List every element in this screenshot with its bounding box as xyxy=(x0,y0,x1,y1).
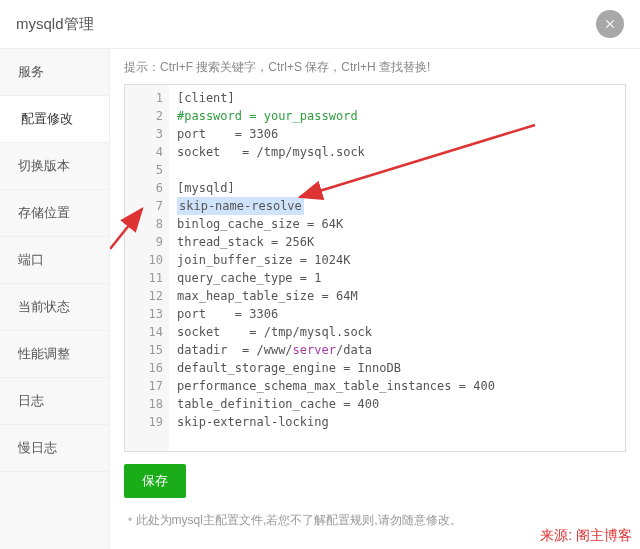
code-line[interactable]: port = 3306 xyxy=(177,125,625,143)
code-line[interactable]: #password = your_password xyxy=(177,107,625,125)
line-number: 5 xyxy=(125,161,163,179)
code-line[interactable]: binlog_cache_size = 64K xyxy=(177,215,625,233)
page-title: mysqld管理 xyxy=(16,15,94,34)
line-number: 17 xyxy=(125,377,163,395)
code-line[interactable]: [mysqld] xyxy=(177,179,625,197)
code-line[interactable]: table_definition_cache = 400 xyxy=(177,395,625,413)
code-line[interactable]: socket = /tmp/mysql.sock xyxy=(177,323,625,341)
line-number: 16 xyxy=(125,359,163,377)
line-number: 18 xyxy=(125,395,163,413)
code-line[interactable]: socket = /tmp/mysql.sock xyxy=(177,143,625,161)
code-line[interactable]: performance_schema_max_table_instances =… xyxy=(177,377,625,395)
line-number: 15 xyxy=(125,341,163,359)
tab-4[interactable]: 端口 xyxy=(0,237,109,284)
code-line[interactable]: skip-name-resolve xyxy=(177,197,625,215)
code-line[interactable]: skip-external-locking xyxy=(177,413,625,431)
line-number: 2 xyxy=(125,107,163,125)
line-number: 1 xyxy=(125,89,163,107)
sidebar: 服务配置修改切换版本存储位置端口当前状态性能调整日志慢日志 xyxy=(0,49,110,549)
code-line[interactable]: thread_stack = 256K xyxy=(177,233,625,251)
close-button[interactable] xyxy=(596,10,624,38)
line-number: 4 xyxy=(125,143,163,161)
line-number: 6 xyxy=(125,179,163,197)
code-line[interactable]: query_cache_type = 1 xyxy=(177,269,625,287)
tab-6[interactable]: 性能调整 xyxy=(0,331,109,378)
code-line[interactable]: [client] xyxy=(177,89,625,107)
code-line[interactable]: datadir = /www/server/data xyxy=(177,341,625,359)
editor-code[interactable]: [client]#password = your_passwordport = … xyxy=(169,85,625,435)
save-button[interactable]: 保存 xyxy=(124,464,186,498)
line-number: 11 xyxy=(125,269,163,287)
code-line[interactable]: join_buffer_size = 1024K xyxy=(177,251,625,269)
line-number: 10 xyxy=(125,251,163,269)
line-number: 9 xyxy=(125,233,163,251)
line-number: 8 xyxy=(125,215,163,233)
config-editor[interactable]: 12345678910111213141516171819 [client]#p… xyxy=(124,84,626,452)
code-line[interactable] xyxy=(177,161,625,179)
line-number: 7 xyxy=(125,197,163,215)
tab-3[interactable]: 存储位置 xyxy=(0,190,109,237)
tab-8[interactable]: 慢日志 xyxy=(0,425,109,472)
code-line[interactable]: max_heap_table_size = 64M xyxy=(177,287,625,305)
tab-0[interactable]: 服务 xyxy=(0,49,109,96)
close-icon xyxy=(603,17,617,31)
code-line[interactable]: default_storage_engine = InnoDB xyxy=(177,359,625,377)
source-watermark: 来源: 阁主博客 xyxy=(540,527,632,545)
hint-text: 提示：Ctrl+F 搜索关键字，Ctrl+S 保存，Ctrl+H 查找替换! xyxy=(124,59,626,76)
line-number: 13 xyxy=(125,305,163,323)
tab-1[interactable]: 配置修改 xyxy=(0,96,109,143)
code-line[interactable]: port = 3306 xyxy=(177,305,625,323)
dialog-header: mysqld管理 xyxy=(0,0,640,49)
tab-7[interactable]: 日志 xyxy=(0,378,109,425)
line-number: 12 xyxy=(125,287,163,305)
tab-2[interactable]: 切换版本 xyxy=(0,143,109,190)
main-panel: 提示：Ctrl+F 搜索关键字，Ctrl+S 保存，Ctrl+H 查找替换! 1… xyxy=(110,49,640,549)
line-number: 14 xyxy=(125,323,163,341)
line-number: 3 xyxy=(125,125,163,143)
dialog-body: 服务配置修改切换版本存储位置端口当前状态性能调整日志慢日志 提示：Ctrl+F … xyxy=(0,49,640,549)
line-number: 19 xyxy=(125,413,163,431)
tab-5[interactable]: 当前状态 xyxy=(0,284,109,331)
editor-gutter: 12345678910111213141516171819 xyxy=(125,85,169,451)
